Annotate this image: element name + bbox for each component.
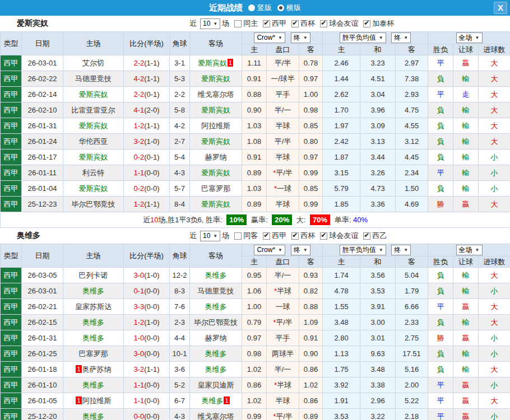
scope-header-cell: 全场 (428, 32, 510, 44)
match-row: 西甲 26-01-11 利云特 1-1(0-0) 4-3 爱斯宾奴 0.89 *… (1, 165, 510, 181)
corner-cell: 12-2 (170, 268, 190, 283)
goals-result-cell: 小 (479, 409, 510, 420)
score-cell: 1-1(0-0) (124, 393, 170, 409)
corner-cell: 10-1 (170, 346, 190, 362)
vertical-layout-radio[interactable] (248, 4, 255, 11)
league-cell: 西甲 (1, 102, 22, 118)
league-checkbox-copa[interactable] (291, 232, 299, 240)
recent-count-select[interactable]: 10 (200, 18, 220, 29)
home-team-cell: 巴列卡诺 (63, 268, 124, 283)
big-rate-badge: 70% (310, 214, 330, 225)
red-card-badge: 1 (76, 365, 81, 373)
home-team-cell: 1奥萨苏纳 (63, 362, 124, 377)
league-label-copa[interactable]: 西杯 (300, 18, 315, 29)
goals-result-cell: 小 (479, 346, 510, 362)
home-team-cell: 爱斯宾奴 (63, 150, 124, 165)
mean-draw-cell: 3.56 (360, 268, 396, 283)
handicap-result-cell: 贏 (453, 409, 479, 420)
red-card-badge: 1 (224, 396, 229, 404)
col-header-away: 客场 (190, 32, 242, 55)
horizontal-layout-label[interactable]: 横版 (286, 3, 301, 13)
mean-source-select[interactable]: 胜平负均值 (340, 32, 386, 43)
league-checkbox-laliga[interactable] (263, 20, 270, 27)
league-checkbox-friendly[interactable] (320, 20, 327, 27)
goals-result-cell: 大 (479, 197, 510, 212)
match-row: 西甲 25-12-23 毕尔巴鄂竞技 1-2(1-1) 8-4 爱斯宾奴 0.8… (1, 197, 510, 212)
home-odds-cell: 0.89 (242, 197, 267, 212)
league-checkbox-friendly[interactable] (320, 232, 327, 240)
league-cell: 西甲 (1, 134, 22, 150)
league-checkbox-segunda[interactable] (363, 232, 370, 240)
match-row: 西甲 26-02-10 比雷亚雷亚尔 4-1(2-0) 5-8 爱斯宾奴 0.9… (1, 102, 510, 118)
corner-cell: 2-7 (170, 134, 190, 150)
odds-final-select[interactable]: 终 (291, 245, 310, 255)
league-label-segunda[interactable]: 西乙 (372, 231, 387, 241)
match-row: 西甲 26-01-17 爱斯宾奴 0-2(0-1) 5-4 赫罗纳 0.91 半… (1, 150, 510, 165)
date-cell: 26-02-21 (22, 299, 63, 315)
score-cell: 0-2(0-0) (124, 181, 170, 197)
col-header-mean-home: 主 (323, 44, 360, 55)
mean-away-cell: 1.79 (396, 283, 428, 299)
corner-cell: 4-4 (170, 330, 190, 346)
mean-home-cell: 2.62 (323, 87, 360, 102)
league-checkbox-catalan[interactable] (363, 20, 370, 27)
handicap-result-cell: 輸 (453, 346, 479, 362)
league-cell: 西甲 (1, 362, 22, 377)
close-icon[interactable]: X (494, 2, 507, 14)
odds-final-select[interactable]: 终 (291, 32, 310, 43)
home-team-cell: 利云特 (63, 165, 124, 181)
mean-source-select[interactable]: 胜平负均值 (340, 245, 386, 255)
mean-final-select[interactable]: 终 (391, 32, 411, 43)
league-cell: 西甲 (1, 181, 22, 197)
same-away-checkbox[interactable] (234, 232, 242, 240)
same-home-label[interactable]: 同主 (243, 18, 258, 29)
league-label-friendly[interactable]: 球会友谊 (329, 18, 358, 29)
horizontal-layout-radio[interactable] (277, 4, 284, 11)
col-header-goals: 进球数 (479, 256, 510, 268)
home-odds-cell: 1.03 (242, 181, 267, 197)
handicap-line-cell: *平/半 (267, 409, 299, 420)
result-cell: 負 (428, 118, 453, 134)
recent-count-select[interactable]: 10 (200, 231, 220, 241)
league-label-catalan[interactable]: 加泰杯 (372, 18, 394, 29)
col-header-date: 日期 (22, 32, 63, 55)
result-cell: 平 (428, 299, 453, 315)
away-team-cell: 毕尔巴鄂竞技 (190, 315, 242, 330)
mean-away-cell: 4.45 (396, 150, 428, 165)
corner-cell: 6-7 (170, 393, 190, 409)
col-header-type: 类型 (1, 32, 22, 55)
win-rate-badge: 10% (226, 214, 247, 225)
home-team-cell: 爱斯宾奴 (63, 87, 124, 102)
date-cell: 26-01-11 (22, 165, 63, 181)
match-row: 西甲 26-01-31 奥维多 1-0(0-0) 4-4 赫罗纳 0.97 平手… (1, 330, 510, 346)
date-cell: 26-02-22 (22, 71, 63, 87)
league-label-laliga[interactable]: 西甲 (272, 18, 286, 29)
league-checkbox-laliga[interactable] (263, 232, 270, 240)
mean-draw-cell: 3.48 (360, 362, 396, 377)
scope-select[interactable]: 全场 (456, 32, 483, 43)
away-odds-cell: 0.86 (299, 362, 323, 377)
league-label-copa[interactable]: 西杯 (300, 231, 315, 241)
corner-cell: 4-3 (170, 409, 190, 420)
result-cell: 平 (428, 55, 453, 71)
scope-select[interactable]: 全场 (456, 245, 483, 255)
league-label-friendly[interactable]: 球会友谊 (329, 231, 358, 241)
col-header-handicap: 让球 (453, 256, 479, 268)
score-cell: 2-2(0-1) (124, 87, 170, 102)
odds-source-select[interactable]: Crow* (254, 245, 285, 255)
mean-final-select[interactable]: 终 (391, 245, 411, 255)
away-odds-cell: 0.90 (299, 346, 323, 362)
same-home-checkbox[interactable] (234, 20, 242, 27)
vertical-layout-label[interactable]: 竖版 (257, 3, 272, 13)
mean-header-cell: 胜平负均值 终 (323, 244, 428, 256)
result-cell: 負 (428, 181, 453, 197)
home-team-cell: 皇家苏斯达 (63, 299, 124, 315)
same-away-label[interactable]: 同客 (243, 231, 258, 241)
away-odds-cell: 0.99 (299, 165, 323, 181)
league-label-laliga[interactable]: 西甲 (272, 231, 286, 241)
handicap-line-cell: *半球 (267, 377, 299, 393)
odds-source-select[interactable]: Crow* (254, 32, 285, 43)
league-checkbox-copa[interactable] (291, 20, 299, 27)
col-header-mean-away: 客 (396, 256, 428, 268)
mean-draw-cell: 3.00 (360, 315, 396, 330)
